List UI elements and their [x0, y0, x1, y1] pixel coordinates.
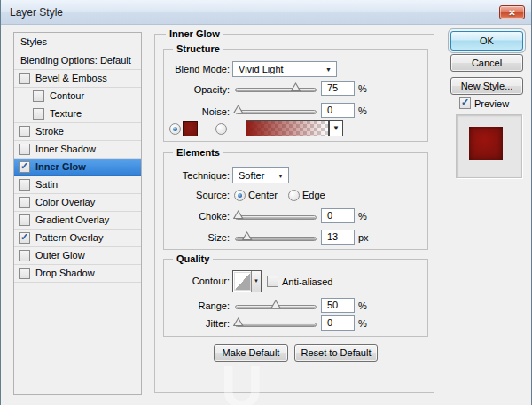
solid-color-radio[interactable]: [169, 123, 181, 135]
style-item-label: Stroke: [35, 126, 64, 136]
blend-mode-select[interactable]: Vivid Light ▼: [232, 61, 337, 77]
source-center-label: Center: [248, 190, 278, 200]
range-input[interactable]: 50: [321, 298, 355, 313]
style-item-label: Contour: [50, 90, 84, 101]
noise-unit: %: [358, 105, 367, 116]
gradient-preview-bar[interactable]: [246, 120, 329, 136]
sidebar-style-item[interactable]: Texture: [14, 105, 141, 123]
style-checkbox[interactable]: [19, 161, 30, 173]
close-icon: ✕: [500, 7, 524, 19]
style-item-label: Drop Shadow: [35, 268, 95, 278]
chevron-down-icon: ▼: [325, 66, 332, 74]
range-label: Range:: [157, 300, 230, 311]
sidebar-style-item[interactable]: Satin: [14, 176, 141, 194]
choke-input[interactable]: 0: [321, 208, 355, 223]
sidebar-style-item[interactable]: Stroke: [14, 123, 141, 141]
opacity-input[interactable]: 75: [321, 81, 355, 96]
style-checkbox[interactable]: [19, 73, 30, 84]
sidebar-style-item[interactable]: Gradient Overlay: [14, 212, 141, 230]
style-checkbox[interactable]: [19, 179, 30, 191]
choke-slider[interactable]: [235, 215, 317, 220]
gradient-picker-button[interactable]: ▼: [329, 120, 343, 136]
make-default-button[interactable]: Make Default: [214, 344, 288, 362]
style-checkbox[interactable]: [19, 126, 30, 137]
sidebar-style-item[interactable]: Drop Shadow: [14, 265, 141, 283]
contour-dropdown-button[interactable]: ▼: [251, 271, 261, 292]
sidebar-style-item[interactable]: Bevel & Emboss: [14, 70, 141, 88]
antialiased-label: Anti-aliased: [282, 276, 332, 287]
titlebar[interactable]: Layer Style ✕: [1, 0, 531, 25]
noise-input[interactable]: 0: [321, 103, 355, 118]
chevron-down-icon: ▼: [254, 278, 259, 284]
jitter-input[interactable]: 0: [321, 315, 355, 331]
contour-thumbnail-icon: [234, 272, 251, 291]
style-item-label: Satin: [35, 179, 58, 190]
sidebar-style-item[interactable]: Outer Glow: [14, 247, 141, 265]
jitter-unit: %: [358, 318, 367, 329]
technique-select[interactable]: Softer ▼: [232, 167, 289, 183]
antialiased-checkbox[interactable]: [267, 276, 278, 287]
style-item-label: Inner Shadow: [35, 144, 96, 154]
technique-label: Technique:: [157, 170, 230, 181]
size-label: Size:: [157, 232, 230, 243]
source-center-radio[interactable]: [234, 190, 246, 201]
style-item-label: Inner Glow: [35, 161, 86, 172]
size-slider[interactable]: [235, 237, 317, 241]
jitter-slider[interactable]: [235, 323, 317, 327]
reset-to-default-button[interactable]: Reset to Default: [294, 344, 378, 362]
style-checkbox[interactable]: [19, 232, 30, 244]
glow-color-swatch[interactable]: [183, 121, 198, 136]
opacity-label: Opacity:: [157, 84, 230, 95]
sidebar-style-item[interactable]: Pattern Overlay: [14, 230, 141, 247]
style-checkbox[interactable]: [19, 144, 30, 155]
noise-slider-thumb[interactable]: [233, 105, 244, 113]
preview-label: Preview: [474, 98, 509, 109]
technique-value: Softer: [239, 170, 264, 181]
noise-label: Noise:: [157, 106, 230, 117]
sidebar-style-item[interactable]: Inner Glow: [14, 159, 141, 176]
jitter-label: Jitter:: [157, 318, 230, 329]
style-checkbox[interactable]: [19, 197, 30, 208]
page-title: Inner Glow: [166, 28, 223, 39]
styles-list: Blending Options: Default Bevel & Emboss…: [13, 51, 142, 395]
sidebar-style-item[interactable]: Contour: [14, 88, 141, 105]
opacity-slider-thumb[interactable]: [291, 82, 301, 91]
style-item-label: Bevel & Emboss: [35, 73, 107, 83]
source-edge-radio[interactable]: [288, 190, 300, 201]
ok-button[interactable]: OK: [450, 31, 523, 51]
range-unit: %: [358, 300, 367, 311]
chevron-down-icon: ▼: [278, 173, 284, 180]
close-button[interactable]: ✕: [499, 5, 525, 19]
elements-legend: Elements: [173, 147, 223, 158]
jitter-slider-thumb[interactable]: [233, 317, 244, 326]
source-label: Source:: [157, 190, 230, 200]
style-checkbox[interactable]: [19, 250, 30, 261]
noise-slider[interactable]: [235, 110, 317, 114]
style-checkbox[interactable]: [19, 268, 30, 279]
gradient-radio[interactable]: [215, 123, 227, 135]
contour-picker[interactable]: ▼: [232, 270, 262, 292]
style-checkbox[interactable]: [33, 108, 44, 120]
choke-slider-thumb[interactable]: [233, 210, 244, 219]
size-input[interactable]: 13: [321, 230, 355, 245]
cancel-button[interactable]: Cancel: [450, 54, 523, 72]
source-edge-label: Edge: [302, 190, 325, 200]
preview-panel: [456, 114, 522, 178]
sidebar-style-item[interactable]: Inner Shadow: [14, 141, 141, 159]
opacity-slider[interactable]: [235, 88, 317, 92]
sidebar-style-item[interactable]: Color Overlay: [14, 194, 141, 212]
range-slider[interactable]: [235, 305, 317, 309]
blend-mode-value: Vivid Light: [239, 64, 284, 74]
preview-checkbox[interactable]: [459, 97, 471, 109]
range-slider-thumb[interactable]: [270, 300, 281, 308]
choke-label: Choke:: [157, 211, 230, 222]
size-slider-thumb[interactable]: [242, 231, 253, 240]
size-unit: px: [358, 232, 369, 243]
style-item-label: Texture: [50, 108, 82, 119]
style-checkbox[interactable]: [33, 90, 44, 102]
structure-legend: Structure: [173, 43, 223, 54]
style-checkbox[interactable]: [19, 214, 30, 226]
new-style-button[interactable]: New Style...: [450, 77, 523, 95]
styles-list-items: Bevel & Emboss Contour Texture Stroke In…: [14, 70, 141, 283]
sidebar-item-blending-options[interactable]: Blending Options: Default: [14, 51, 141, 70]
